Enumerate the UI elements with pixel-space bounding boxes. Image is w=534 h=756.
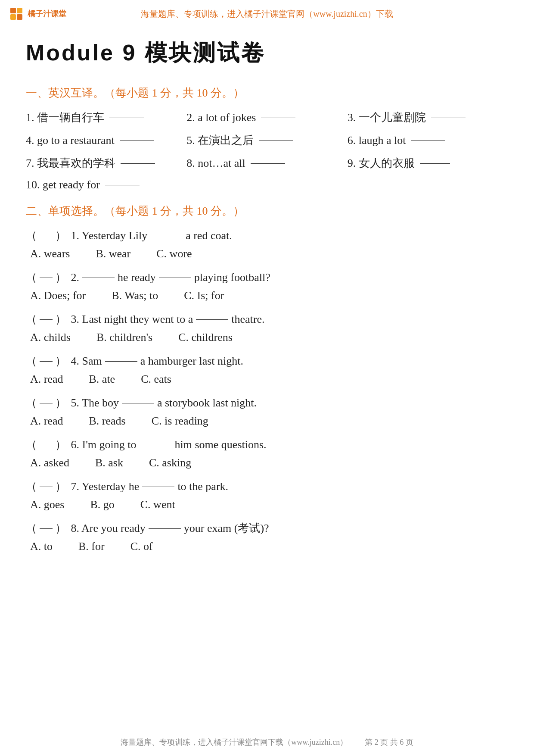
trans-num-6: 6. laugh a lot	[348, 134, 406, 147]
trans-item-7: 7. 我最喜欢的学科	[26, 156, 186, 171]
paren-close-1: ）	[55, 228, 66, 243]
q-text-1: a red coat.	[186, 229, 232, 242]
q-blank-6	[140, 444, 172, 445]
q-num-1: 1. Yesterday Lily	[68, 229, 147, 242]
mc-question-7: （ ） 7. Yesterday he to the park. A. goes…	[26, 479, 508, 511]
trans-num-5: 5. 在演出之后	[186, 133, 254, 148]
mc-options-3: A. childs B. children's C. childrens	[26, 331, 508, 344]
option-7c: C. went	[140, 498, 175, 511]
mc-options-7: A. goes B. go C. went	[26, 498, 508, 511]
mc-options-6: A. asked B. ask C. asking	[26, 456, 508, 469]
logo-text: 橘子汁课堂	[28, 9, 66, 19]
q-num-3: 3. Last night they went to a	[68, 313, 193, 326]
mc-options-8: A. to B. for C. of	[26, 540, 508, 553]
mc-question-1: （ ） 1. Yesterday Lily a red coat. A. wea…	[26, 228, 508, 260]
mc-question-4: （ ） 4. Sam a hamburger last night. A. re…	[26, 353, 508, 386]
logo-icon	[9, 6, 24, 22]
main-content: Module 9 模块测试卷 一、英汉互译。（每小题 1 分，共 10 分。） …	[0, 25, 534, 588]
q-num-8: 8. Are you ready	[68, 522, 146, 535]
option-7a: A. goes	[30, 498, 64, 511]
trans-row-3: 7. 我最喜欢的学科 8. not…at all 9. 女人的衣服	[26, 156, 508, 171]
paren-close-3: ）	[55, 312, 66, 327]
trans-item-10: 10. get ready for	[26, 178, 508, 191]
q-text-6: him some questions.	[175, 438, 267, 451]
q-num-7: 7. Yesterday he	[68, 480, 139, 493]
option-1c: C. wore	[156, 247, 192, 260]
q-text-3: theatre.	[231, 313, 264, 326]
option-5b: B. reads	[89, 415, 126, 428]
mc-question-5: （ ） 5. The boy a storybook last night. A…	[26, 395, 508, 428]
option-4c: C. eats	[141, 373, 171, 386]
header-slogan: 海量题库、专项训练，进入橘子汁课堂官网（www.juzizhi.cn）下载	[141, 8, 393, 20]
q-text-8: your exam (考试)?	[184, 521, 269, 536]
trans-blank-5	[259, 140, 293, 141]
trans-blank-1	[109, 117, 144, 118]
mc-question-3: （ ） 3. Last night they went to a theatre…	[26, 312, 508, 344]
option-8b: B. for	[78, 540, 105, 553]
option-8a: A. to	[30, 540, 53, 553]
trans-item-3: 3. 一个儿童剧院	[348, 110, 508, 125]
trans-row-1: 1. 借一辆自行车 2. a lot of jokes 3. 一个儿童剧院	[26, 110, 508, 125]
option-4a: A. read	[30, 373, 63, 386]
section1-header: 一、英汉互译。（每小题 1 分，共 10 分。）	[26, 85, 508, 100]
mc-stem-6: （ ） 6. I'm going to him some questions.	[26, 437, 508, 452]
option-1b: B. wear	[96, 247, 130, 260]
trans-num-1: 1. 借一辆自行车	[26, 110, 104, 125]
footer-slogan: 海量题库、专项训练，进入橘子汁课堂官网下载（www.juzizhi.cn）	[121, 737, 348, 747]
trans-blank-6	[411, 140, 445, 141]
mc-options-1: A. wears B. wear C. wore	[26, 247, 508, 260]
trans-item-5: 5. 在演出之后	[186, 133, 347, 148]
logo-sq-2	[17, 8, 22, 13]
mc-question-6: （ ） 6. I'm going to him some questions. …	[26, 437, 508, 469]
trans-item-2: 2. a lot of jokes	[186, 111, 347, 124]
trans-num-4: 4. go to a restaurant	[26, 134, 115, 147]
paren-close-5: ）	[55, 395, 66, 410]
mc-options-5: A. read B. reads C. is reading	[26, 415, 508, 428]
mc-options-4: A. read B. ate C. eats	[26, 373, 508, 386]
option-2c: C. Is; for	[184, 289, 224, 302]
module-title: Module 9 模块测试卷	[26, 38, 508, 68]
mc-question-2: （ ） 2. he ready playing football? A. Doe…	[26, 270, 508, 302]
q-blank-5	[122, 403, 154, 403]
trans-item-4: 4. go to a restaurant	[26, 134, 186, 147]
option-5a: A. read	[30, 415, 63, 428]
paren-open-1: （	[26, 228, 37, 243]
trans-blank-3	[431, 117, 466, 118]
answer-blank-1	[40, 235, 53, 236]
trans-num-9: 9. 女人的衣服	[348, 156, 415, 171]
section2-header: 二、单项选择。（每小题 1 分，共 10 分。）	[26, 203, 508, 219]
q-blank-2a	[82, 277, 115, 278]
mc-stem-8: （ ） 8. Are you ready your exam (考试)?	[26, 521, 508, 536]
paren-open-3: （	[26, 312, 37, 327]
logo-area: 橘子汁课堂	[9, 6, 66, 22]
option-6b: B. ask	[95, 456, 123, 469]
mc-stem-2: （ ） 2. he ready playing football?	[26, 270, 508, 285]
answer-blank-4	[40, 361, 53, 362]
footer-page: 第 2 页 共 6 页	[365, 737, 413, 747]
trans-num-7: 7. 我最喜欢的学科	[26, 156, 115, 171]
answer-blank-5	[40, 403, 53, 403]
translation-grid: 1. 借一辆自行车 2. a lot of jokes 3. 一个儿童剧院 4.…	[26, 110, 508, 191]
trans-blank-8	[251, 163, 285, 164]
logo-sq-1	[10, 8, 16, 13]
option-6a: A. asked	[30, 456, 69, 469]
paren-open-8: （	[26, 521, 37, 536]
option-2a: A. Does; for	[30, 289, 86, 302]
trans-num-10: 10. get ready for	[26, 178, 100, 191]
q-blank-3	[196, 319, 228, 320]
paren-open-2: （	[26, 270, 37, 285]
q-blank-8	[149, 528, 181, 529]
trans-blank-10	[105, 184, 140, 185]
mc-stem-4: （ ） 4. Sam a hamburger last night.	[26, 353, 508, 369]
trans-item-1: 1. 借一辆自行车	[26, 110, 186, 125]
page-header: 橘子汁课堂 海量题库、专项训练，进入橘子汁课堂官网（www.juzizhi.cn…	[0, 0, 534, 25]
mc-question-8: （ ） 8. Are you ready your exam (考试)? A. …	[26, 521, 508, 553]
paren-close-8: ）	[55, 521, 66, 536]
trans-blank-7	[121, 163, 155, 164]
answer-blank-2	[40, 277, 53, 278]
mc-options-2: A. Does; for B. Was; to C. Is; for	[26, 289, 508, 302]
mc-stem-5: （ ） 5. The boy a storybook last night.	[26, 395, 508, 410]
option-2b: B. Was; to	[112, 289, 158, 302]
q-blank-4	[105, 361, 137, 362]
trans-blank-2	[261, 117, 295, 118]
